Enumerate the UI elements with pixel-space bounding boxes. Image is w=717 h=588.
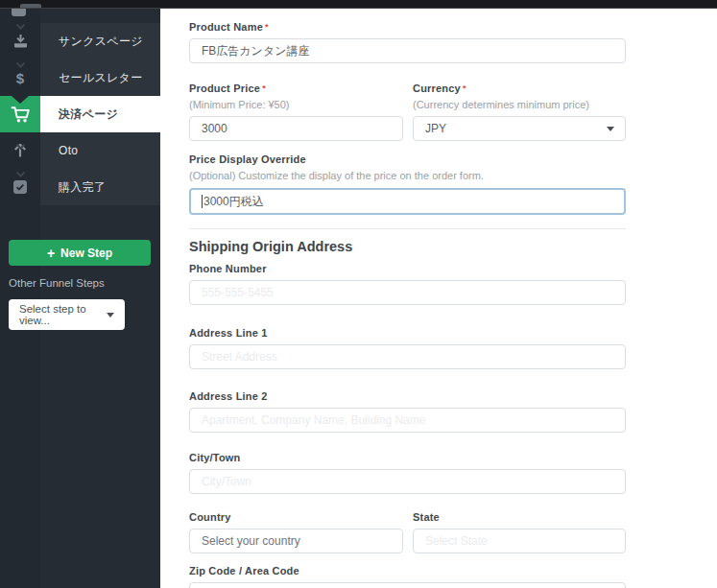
address-line-2-input[interactable] <box>189 408 626 433</box>
required-asterisk: * <box>265 22 269 32</box>
chevron-down-icon <box>607 127 614 131</box>
phone-number-input[interactable] <box>189 280 626 305</box>
currency-select[interactable] <box>413 116 626 141</box>
step-selector-dropdown[interactable]: Select step to view... <box>9 299 125 330</box>
required-asterisk: * <box>463 83 466 93</box>
city-town-label: City/Town <box>189 452 626 464</box>
top-bar <box>0 0 717 9</box>
price-display-override-value: 3000円税込 <box>203 194 264 210</box>
flow-chevron-down-icon <box>15 16 26 34</box>
product-name-input[interactable] <box>189 38 626 63</box>
flow-chevron-down-icon <box>15 164 26 181</box>
flow-chevron-down-icon <box>15 55 26 72</box>
sidebar-item-label: 決済ページ <box>40 96 160 132</box>
price-display-override-helper: (Optional) Customize the display of the … <box>189 170 626 181</box>
currency-label: Currency* <box>413 82 626 95</box>
city-town-input[interactable] <box>189 469 626 494</box>
section-divider <box>189 228 626 229</box>
product-name-label: Product Name* <box>189 21 626 34</box>
step-selector-value: Select step to view... <box>19 303 107 326</box>
product-settings-form: Product Name* Product Price* Currency* (… <box>189 9 626 588</box>
plus-icon: + <box>47 247 55 260</box>
sidebar-item-label: Oto <box>40 132 160 169</box>
flow-notch-down-icon <box>12 96 29 104</box>
country-select[interactable] <box>189 529 403 553</box>
address-line-1-label: Address Line 1 <box>189 327 626 340</box>
funnel-steps-sidebar: サンクスページ $ セールスレター 決済ページ Oto 購入完了 <box>0 9 160 588</box>
address-line-2-label: Address Line 2 <box>189 390 626 403</box>
text-cursor <box>202 195 203 208</box>
state-label: State <box>413 511 626 524</box>
dollar-glyph: $ <box>16 70 24 86</box>
other-funnel-steps-label: Other Funnel Steps <box>9 277 105 289</box>
state-select[interactable] <box>413 529 626 553</box>
sidebar-item-label: サンクスページ <box>40 23 160 59</box>
currency-helper: (Currency determines minimum price) <box>413 99 626 110</box>
zip-code-input[interactable] <box>189 582 626 588</box>
flow-chevron-down-icon <box>15 136 26 153</box>
new-step-label: New Step <box>60 247 112 260</box>
clipped-step-icon <box>12 9 26 16</box>
address-line-1-input[interactable] <box>189 344 626 369</box>
product-price-input[interactable] <box>189 116 403 141</box>
shipping-section-title: Shipping Origin Address <box>189 239 626 255</box>
product-price-label: Product Price* <box>189 82 403 95</box>
phone-number-label: Phone Number <box>189 263 626 275</box>
sidebar-item-label: 購入完了 <box>40 169 160 205</box>
new-step-button[interactable]: + New Step <box>9 240 151 266</box>
price-display-override-label: Price Display Override <box>189 153 626 166</box>
chevron-down-icon <box>107 313 114 318</box>
sidebar-item-label: セールスレター <box>40 59 160 96</box>
required-asterisk: * <box>262 83 266 93</box>
price-display-override-input[interactable]: 3000円税込 <box>189 188 626 215</box>
country-label: Country <box>189 511 403 524</box>
top-bar-notch <box>20 4 41 8</box>
product-price-helper: (Minimum Price: ¥50) <box>189 99 403 110</box>
zip-code-label: Zip Code / Area Code <box>189 565 626 577</box>
